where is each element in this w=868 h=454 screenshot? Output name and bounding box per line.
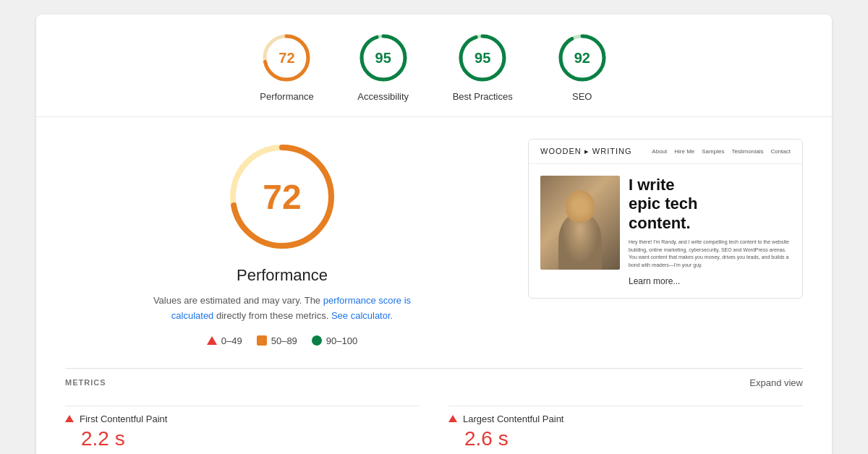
brand-sub: WRITING	[592, 147, 632, 155]
lcp-status-icon	[448, 415, 457, 422]
main-card: 72 Performance 95 Accessibility	[36, 14, 832, 454]
fcp-value: 2.2 s	[65, 427, 420, 450]
score-circle-accessibility: 95	[357, 32, 409, 84]
fcp-name: First Contentful Paint	[80, 414, 167, 424]
scores-section: 72 Performance 95 Accessibility	[36, 14, 832, 117]
preview-body: I write epic tech content. Hey there! I'…	[529, 164, 802, 298]
expand-view-button[interactable]: Expand view	[749, 377, 803, 388]
headline-line3: content.	[629, 214, 691, 232]
metrics-title: METRICS	[65, 378, 106, 387]
left-panel: 72 Performance Values are estimated and …	[65, 139, 499, 346]
score-item-seo: 92 SEO	[556, 32, 608, 102]
score-item-accessibility: 95 Accessibility	[357, 32, 409, 102]
metric-header-lcp: Largest Contentful Paint	[448, 414, 803, 424]
score-label-best-practices: Best Practices	[453, 91, 513, 102]
legend-label-green: 90–100	[326, 335, 357, 346]
preview-text-area: I write epic tech content. Hey there! I'…	[629, 176, 791, 286]
main-content: 72 Performance Values are estimated and …	[36, 117, 832, 368]
green-circle-icon	[312, 335, 322, 346]
preview-photo	[540, 176, 620, 270]
metric-item-fcp: First Contentful Paint 2.2 s	[65, 406, 420, 450]
score-num-best-practices: 95	[475, 50, 490, 67]
nav-link-about: About	[652, 148, 667, 155]
preview-brand: WOODEN ▸ WRITING	[540, 147, 632, 156]
brand-name: WOODEN	[540, 147, 582, 155]
nav-link-samples: Samples	[702, 148, 724, 155]
brand-separator: ▸	[584, 147, 592, 155]
score-label-performance: Performance	[260, 91, 313, 102]
desc-text-1: Values are estimated and may vary. The	[153, 295, 323, 306]
score-label-seo: SEO	[572, 91, 592, 102]
nav-link-testimonials: Testimonials	[731, 148, 763, 155]
legend-item-orange: 50–89	[257, 335, 297, 346]
preview-headline: I write epic tech content.	[629, 176, 791, 233]
headline-line1: I write	[629, 176, 675, 194]
metric-header-fcp: First Contentful Paint	[65, 414, 420, 424]
perf-desc: Values are estimated and may vary. The p…	[145, 294, 420, 324]
score-num-performance: 72	[278, 50, 294, 67]
nav-link-contact: Contact	[770, 148, 791, 155]
legend-label-red: 0–49	[221, 335, 242, 346]
nav-link-hire: Hire Me	[674, 148, 694, 155]
desc-text-2: directly from these metrics.	[213, 310, 331, 321]
perf-title: Performance	[237, 266, 328, 285]
preview-nav-links: About Hire Me Samples Testimonials Conta…	[652, 148, 791, 155]
legend: 0–49 50–89 90–100	[207, 335, 357, 346]
website-preview: WOODEN ▸ WRITING About Hire Me Samples T…	[528, 139, 803, 299]
score-item-best-practices: 95 Best Practices	[453, 32, 513, 102]
legend-label-orange: 50–89	[271, 335, 297, 346]
legend-item-red: 0–49	[207, 335, 242, 346]
metrics-grid: First Contentful Paint 2.2 s Largest Con…	[65, 406, 803, 450]
right-panel: WOODEN ▸ WRITING About Hire Me Samples T…	[528, 139, 803, 346]
metrics-header: METRICS Expand view	[65, 368, 803, 397]
calculator-link[interactable]: See calculator.	[331, 310, 393, 321]
preview-body-text: Hey there! I'm Randy, and I write compel…	[629, 239, 791, 269]
red-triangle-icon	[207, 336, 217, 345]
big-score-num: 72	[263, 177, 301, 217]
big-score-circle: 72	[224, 139, 340, 254]
metrics-section: METRICS Expand view First Contentful Pai…	[36, 368, 832, 454]
score-circle-seo: 92	[556, 32, 608, 84]
headline-line2: epic tech	[629, 194, 697, 213]
fcp-status-icon	[65, 415, 74, 422]
lcp-name: Largest Contentful Paint	[463, 414, 563, 424]
preview-nav: WOODEN ▸ WRITING About Hire Me Samples T…	[529, 140, 802, 164]
legend-item-green: 90–100	[312, 335, 357, 346]
score-circle-best-practices: 95	[456, 32, 509, 84]
preview-learn-more: Learn more...	[629, 276, 791, 286]
score-num-accessibility: 95	[375, 50, 391, 67]
score-item-performance: 72 Performance	[260, 32, 313, 102]
lcp-value: 2.6 s	[448, 427, 803, 450]
orange-square-icon	[257, 335, 267, 346]
score-label-accessibility: Accessibility	[357, 91, 409, 102]
score-num-seo: 92	[574, 50, 590, 67]
metric-item-lcp: Largest Contentful Paint 2.6 s	[448, 406, 803, 450]
score-circle-performance: 72	[260, 32, 312, 84]
